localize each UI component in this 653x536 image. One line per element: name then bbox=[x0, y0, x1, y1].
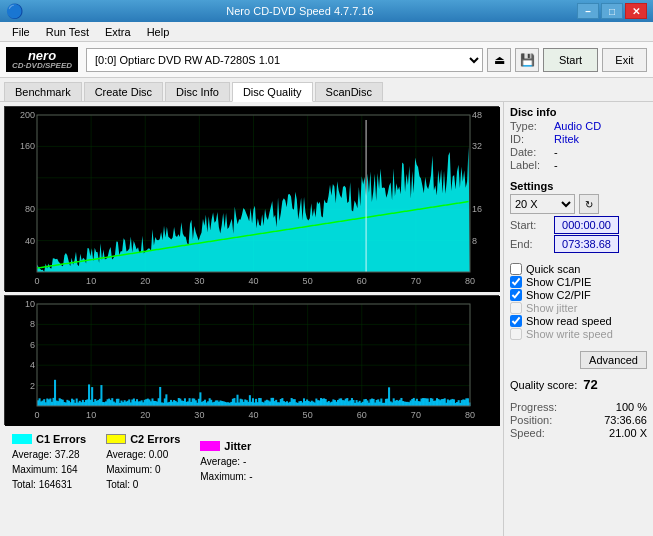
position-row: Position: 73:36.66 bbox=[510, 414, 647, 426]
show-c2pif-row: Show C2/PIF bbox=[510, 289, 647, 301]
c1-label: C1 Errors bbox=[36, 433, 86, 445]
disc-label-value: - bbox=[554, 159, 558, 171]
c1-stats: Average: 37.28 Maximum: 164 Total: 16463… bbox=[12, 447, 86, 492]
menu-file[interactable]: File bbox=[4, 24, 38, 40]
show-c1pie-checkbox[interactable] bbox=[510, 276, 522, 288]
progress-row: Progress: 100 % bbox=[510, 401, 647, 413]
save-button[interactable]: 💾 bbox=[515, 48, 539, 72]
show-write-speed-checkbox bbox=[510, 328, 522, 340]
c1-color-swatch bbox=[12, 434, 32, 444]
top-chart bbox=[4, 106, 499, 291]
eject-button[interactable]: ⏏ bbox=[487, 48, 511, 72]
nero-logo: nero CD·DVD/SPEED bbox=[6, 47, 78, 72]
app-icon: 🔵 bbox=[6, 3, 23, 19]
c2-label: C2 Errors bbox=[130, 433, 180, 445]
exit-button[interactable]: Exit bbox=[602, 48, 647, 72]
tabs: Benchmark Create Disc Disc Info Disc Qua… bbox=[0, 78, 653, 102]
drive-select[interactable]: [0:0] Optiarc DVD RW AD-7280S 1.01 bbox=[86, 48, 483, 72]
date-value: - bbox=[554, 146, 558, 158]
id-label: ID: bbox=[510, 133, 550, 145]
right-panel: Disc info Type: Audio CD ID: Ritek Date:… bbox=[503, 102, 653, 536]
speed-display-row: Speed: 21.00 X bbox=[510, 427, 647, 439]
titlebar: 🔵 Nero CD-DVD Speed 4.7.7.16 – □ ✕ bbox=[0, 0, 653, 22]
tab-disc-quality[interactable]: Disc Quality bbox=[232, 82, 313, 102]
tab-disc-info[interactable]: Disc Info bbox=[165, 82, 230, 101]
menu-run-test[interactable]: Run Test bbox=[38, 24, 97, 40]
close-button[interactable]: ✕ bbox=[625, 3, 647, 19]
progress-label: Progress: bbox=[510, 401, 557, 413]
position-value: 73:36.66 bbox=[604, 414, 647, 426]
show-read-speed-label: Show read speed bbox=[526, 315, 612, 327]
speed-display-value: 21.00 X bbox=[609, 427, 647, 439]
toolbar: nero CD·DVD/SPEED [0:0] Optiarc DVD RW A… bbox=[0, 42, 653, 78]
jitter-stats: Average: - Maximum: - bbox=[200, 454, 252, 484]
id-row: ID: Ritek bbox=[510, 133, 647, 145]
checkboxes-section: Quick scan Show C1/PIE Show C2/PIF Show … bbox=[510, 262, 647, 341]
speed-row: 20 X 4 X 8 X 12 X 16 X 24 X 48 X Max ↻ bbox=[510, 194, 647, 214]
tab-scan-disc[interactable]: ScanDisc bbox=[315, 82, 383, 101]
speed-select[interactable]: 20 X 4 X 8 X 12 X 16 X 24 X 48 X Max bbox=[510, 194, 575, 214]
show-c2pif-label: Show C2/PIF bbox=[526, 289, 591, 301]
jitter-label: Jitter bbox=[224, 440, 251, 452]
type-value: Audio CD bbox=[554, 120, 601, 132]
c2-color-swatch bbox=[106, 434, 126, 444]
start-time-row: Start: bbox=[510, 216, 647, 234]
refresh-button[interactable]: ↻ bbox=[579, 194, 599, 214]
jitter-color-swatch bbox=[200, 441, 220, 451]
title-text: Nero CD-DVD Speed 4.7.7.16 bbox=[23, 5, 577, 17]
maximize-button[interactable]: □ bbox=[601, 3, 623, 19]
disc-info-section: Disc info Type: Audio CD ID: Ritek Date:… bbox=[510, 106, 647, 172]
show-c1pie-label: Show C1/PIE bbox=[526, 276, 591, 288]
type-row: Type: Audio CD bbox=[510, 120, 647, 132]
show-jitter-checkbox bbox=[510, 302, 522, 314]
menu-extra[interactable]: Extra bbox=[97, 24, 139, 40]
jitter-legend: Jitter Average: - Maximum: - bbox=[200, 440, 252, 484]
settings-title: Settings bbox=[510, 180, 647, 192]
show-jitter-label: Show jitter bbox=[526, 302, 577, 314]
start-button[interactable]: Start bbox=[543, 48, 598, 72]
advanced-button[interactable]: Advanced bbox=[580, 351, 647, 369]
type-label: Type: bbox=[510, 120, 550, 132]
tab-benchmark[interactable]: Benchmark bbox=[4, 82, 82, 101]
menubar: File Run Test Extra Help bbox=[0, 22, 653, 42]
quick-scan-checkbox[interactable] bbox=[510, 263, 522, 275]
quick-scan-row: Quick scan bbox=[510, 263, 647, 275]
bottom-chart bbox=[4, 295, 499, 425]
show-read-speed-row: Show read speed bbox=[510, 315, 647, 327]
charts-wrapper: C1 Errors Average: 37.28 Maximum: 164 To… bbox=[0, 102, 503, 536]
position-label: Position: bbox=[510, 414, 552, 426]
show-write-speed-row: Show write speed bbox=[510, 328, 647, 340]
end-time-input[interactable] bbox=[554, 235, 619, 253]
date-row: Date: - bbox=[510, 146, 647, 158]
show-c1pie-row: Show C1/PIE bbox=[510, 276, 647, 288]
disc-label-label: Label: bbox=[510, 159, 550, 171]
speed-display-label: Speed: bbox=[510, 427, 545, 439]
end-time-row: End: bbox=[510, 235, 647, 253]
show-jitter-row: Show jitter bbox=[510, 302, 647, 314]
main-content: C1 Errors Average: 37.28 Maximum: 164 To… bbox=[0, 102, 653, 536]
menu-help[interactable]: Help bbox=[139, 24, 178, 40]
quick-scan-label: Quick scan bbox=[526, 263, 580, 275]
quality-score-value: 72 bbox=[583, 377, 597, 392]
legend: C1 Errors Average: 37.28 Maximum: 164 To… bbox=[4, 427, 499, 497]
show-c2pif-checkbox[interactable] bbox=[510, 289, 522, 301]
c2-legend: C2 Errors Average: 0.00 Maximum: 0 Total… bbox=[106, 433, 180, 492]
quality-score-label: Quality score: bbox=[510, 379, 577, 391]
start-time-label: Start: bbox=[510, 219, 550, 231]
disc-label-row: Label: - bbox=[510, 159, 647, 171]
c2-stats: Average: 0.00 Maximum: 0 Total: 0 bbox=[106, 447, 180, 492]
date-label: Date: bbox=[510, 146, 550, 158]
minimize-button[interactable]: – bbox=[577, 3, 599, 19]
tab-create-disc[interactable]: Create Disc bbox=[84, 82, 163, 101]
end-time-label: End: bbox=[510, 238, 550, 250]
show-write-speed-label: Show write speed bbox=[526, 328, 613, 340]
start-time-input[interactable] bbox=[554, 216, 619, 234]
progress-value: 100 % bbox=[616, 401, 647, 413]
advanced-row: Advanced bbox=[510, 349, 647, 369]
show-read-speed-checkbox[interactable] bbox=[510, 315, 522, 327]
disc-info-title: Disc info bbox=[510, 106, 647, 118]
id-value: Ritek bbox=[554, 133, 579, 145]
settings-section: Settings 20 X 4 X 8 X 12 X 16 X 24 X 48 … bbox=[510, 180, 647, 254]
progress-section: Progress: 100 % Position: 73:36.66 Speed… bbox=[510, 400, 647, 440]
quality-score-row: Quality score: 72 bbox=[510, 377, 647, 392]
